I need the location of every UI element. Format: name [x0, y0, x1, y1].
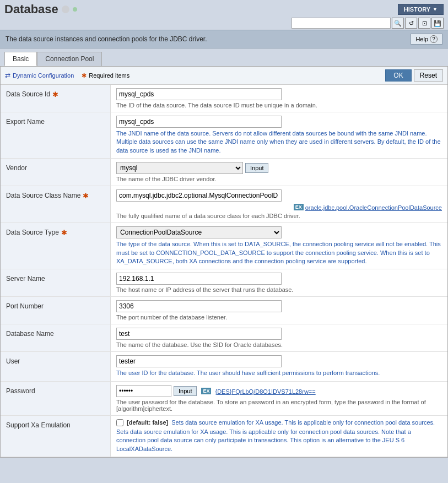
support-xa-desc-inline: Sets data source emulation for XA usage.…	[171, 419, 435, 426]
app-title-group: Database	[4, 2, 77, 17]
vendor-desc: The name of the JDBC driver vendor.	[116, 176, 442, 182]
vendor-content: mysql oracle db2 sqlserver Input The nam…	[111, 159, 447, 186]
vendor-label: Vendor	[1, 159, 111, 186]
user-desc: The user ID for the database. The user s…	[116, 369, 442, 377]
export-name-content: The JNDI name of the data source. Server…	[111, 112, 447, 158]
database-name-label: Database Name	[1, 324, 111, 351]
data-source-id-row: Data Source Id ✱ The ID of the data sour…	[1, 85, 447, 112]
ex-badge-password: EX	[201, 388, 211, 394]
tabs-container: Basic Connection Pool	[0, 48, 448, 66]
export-name-label: Export Name	[1, 112, 111, 158]
refresh-button[interactable]: ↺	[405, 18, 417, 29]
support-xa-label: Support Xa Emulation	[1, 416, 111, 457]
data-source-id-label: Data Source Id ✱	[1, 85, 111, 112]
required-items-label: ✱ Required items	[82, 72, 129, 79]
tab-basic[interactable]: Basic	[4, 52, 37, 66]
toolbar-left: ⇄ Dynamic Configuration ✱ Required items	[5, 72, 129, 79]
support-xa-content: [default: false] Sets data source emulat…	[111, 416, 447, 457]
port-number-row: Port Number The port number of the datab…	[1, 297, 447, 324]
password-controls: Input EX {DES}FQrLbQ/D8O1IDVS71L28rw==	[116, 385, 442, 397]
class-name-content: EX oracle.jdbc.pool.OracleConnectionPool…	[111, 186, 447, 222]
database-name-content: The name of the database. Use the SID fo…	[111, 324, 447, 351]
ds-type-select[interactable]: ConnectionPoolDataSource DataSource XADa…	[116, 226, 282, 238]
password-desc: The user password for the database. To s…	[116, 399, 442, 412]
user-label: User	[1, 352, 111, 381]
server-name-input[interactable]	[116, 273, 282, 285]
export-name-input[interactable]	[116, 116, 282, 128]
search-button[interactable]: 🔍	[392, 18, 404, 29]
password-row: Password Input EX {DES}FQrLbQ/D8O1IDVS71…	[1, 382, 447, 416]
server-name-content: The host name or IP address of the serve…	[111, 269, 447, 296]
ok-button[interactable]: OK	[385, 69, 411, 82]
tab-connection-pool[interactable]: Connection Pool	[37, 52, 102, 66]
data-source-id-content: The ID of the data source. The data sour…	[111, 85, 447, 112]
reset-button[interactable]: Reset	[414, 69, 443, 82]
class-name-desc: The fully qualified name of a data sourc…	[116, 213, 442, 219]
class-name-input[interactable]	[116, 189, 282, 202]
info-text: The data source instances and connection…	[6, 35, 207, 43]
port-number-label: Port Number	[1, 297, 111, 324]
support-xa-checkbox[interactable]	[116, 419, 123, 426]
toolbar: ⇄ Dynamic Configuration ✱ Required items…	[1, 67, 447, 85]
data-source-id-desc: The ID of the data source. The data sour…	[116, 102, 442, 108]
ds-type-label: Data Source Type ✱	[1, 223, 111, 269]
server-name-row: Server Name The host name or IP address …	[1, 269, 447, 297]
database-name-input[interactable]	[116, 328, 282, 340]
ex-badge-class: EX	[294, 204, 304, 210]
required-star-class: ✱	[83, 192, 89, 200]
vendor-select[interactable]: mysql oracle db2 sqlserver	[116, 162, 243, 174]
server-name-desc: The host name or IP address of the serve…	[116, 286, 442, 293]
help-icon: ?	[430, 35, 438, 43]
database-name-desc: The name of the database. Use the SID fo…	[116, 341, 442, 348]
required-star-type: ✱	[61, 229, 67, 237]
form-container: ⇄ Dynamic Configuration ✱ Required items…	[0, 66, 448, 458]
export-name-desc: The JNDI name of the data source. Server…	[116, 129, 442, 155]
support-xa-default: [default: false]	[127, 419, 168, 426]
class-name-ex: EX oracle.jdbc.pool.OracleConnectionPool…	[116, 203, 442, 211]
port-number-desc: The port number of the database listener…	[116, 314, 442, 321]
port-number-content: The port number of the database listener…	[111, 297, 447, 324]
title-dot-1	[62, 6, 69, 13]
password-label: Password	[1, 382, 111, 415]
port-number-input[interactable]	[116, 300, 282, 312]
support-xa-row: Support Xa Emulation [default: false] Se…	[1, 416, 447, 457]
app-title: Database	[4, 2, 58, 17]
user-content: The user ID for the database. The user s…	[111, 352, 447, 381]
password-ex-link[interactable]: {DES}FQrLbQ/D8O1IDVS71L28rw==	[215, 388, 315, 395]
class-name-row: Data Source Class Name ✱ EX oracle.jdbc.…	[1, 186, 447, 223]
sync-icon: ⇄	[5, 72, 10, 79]
help-button[interactable]: Help ?	[411, 34, 442, 45]
search-bar: 🔍 ↺ ⊡ 💾	[0, 17, 448, 30]
chevron-down-icon: ▼	[433, 7, 438, 12]
vendor-row: Vendor mysql oracle db2 sqlserver Input …	[1, 159, 447, 186]
password-input-button[interactable]: Input	[174, 386, 197, 396]
save-button[interactable]: 💾	[431, 18, 444, 29]
export-name-row: Export Name The JNDI name of the data so…	[1, 112, 447, 159]
data-source-id-input[interactable]	[116, 88, 282, 100]
password-input[interactable]	[116, 385, 171, 397]
class-name-label: Data Source Class Name ✱	[1, 186, 111, 222]
cog-icon: ✱	[82, 72, 87, 79]
vendor-controls: mysql oracle db2 sqlserver Input	[116, 162, 442, 174]
user-input[interactable]	[116, 355, 282, 367]
database-name-row: Database Name The name of the database. …	[1, 324, 447, 352]
ds-type-desc: The type of the data source. When this i…	[116, 240, 442, 265]
export-button[interactable]: ⊡	[418, 18, 430, 29]
class-name-ex-link[interactable]: oracle.jdbc.pool.OracleConnectionPoolDat…	[305, 204, 442, 211]
vendor-input-button[interactable]: Input	[245, 163, 268, 173]
top-bar: Database HISTORY ▼	[0, 0, 448, 17]
user-row: User The user ID for the database. The u…	[1, 352, 447, 381]
server-name-label: Server Name	[1, 269, 111, 296]
password-content: Input EX {DES}FQrLbQ/D8O1IDVS71L28rw== T…	[111, 382, 447, 415]
ds-type-content: ConnectionPoolDataSource DataSource XADa…	[111, 223, 447, 269]
support-xa-desc: Sets data source emulation for XA usage.…	[116, 428, 442, 453]
support-xa-controls: [default: false] Sets data source emulat…	[116, 419, 442, 426]
history-button[interactable]: HISTORY ▼	[398, 4, 444, 15]
required-star: ✱	[52, 90, 58, 99]
toolbar-right: OK Reset	[385, 69, 443, 82]
search-input[interactable]	[292, 18, 391, 29]
info-bar: The data source instances and connection…	[0, 30, 448, 48]
title-dot-2	[73, 7, 77, 12]
ds-type-row: Data Source Type ✱ ConnectionPoolDataSou…	[1, 223, 447, 269]
dynamic-config-link[interactable]: ⇄ Dynamic Configuration	[5, 72, 74, 79]
